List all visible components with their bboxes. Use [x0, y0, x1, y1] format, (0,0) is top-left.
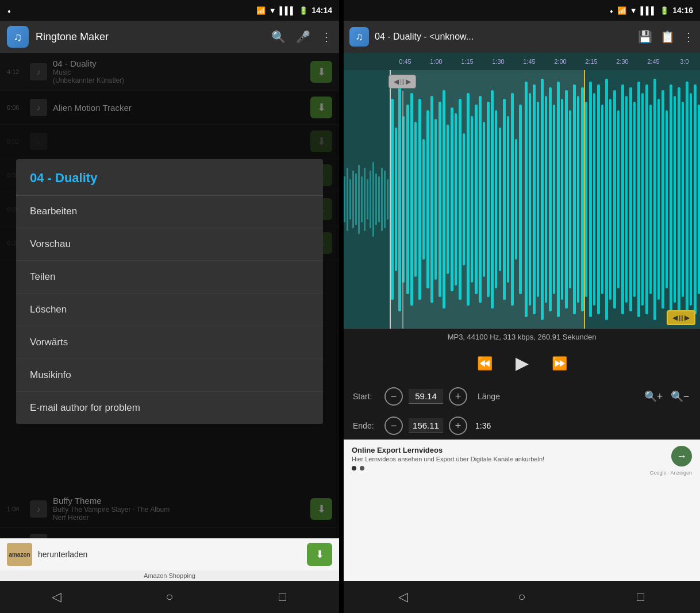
waveform-area[interactable]: ◀ ||| ▶ ◀ ||| ▶: [344, 70, 700, 329]
length-value: 1:36: [475, 421, 491, 430]
svg-rect-12: [375, 174, 377, 225]
mic-icon[interactable]: 🎤: [296, 30, 310, 44]
start-label: Start:: [353, 392, 379, 401]
play-button[interactable]: ▶: [516, 353, 529, 373]
svg-rect-72: [613, 90, 616, 309]
rewind-button[interactable]: ⏪: [477, 355, 493, 371]
svg-rect-9: [367, 179, 368, 219]
right-home-button[interactable]: ○: [505, 584, 539, 610]
svg-rect-6: [358, 165, 360, 234]
search-icon[interactable]: 🔍: [271, 30, 286, 44]
context-menu: 04 - Duality Bearbeiten Vorschau Teilen …: [16, 159, 323, 424]
app-logo: ♫: [7, 26, 29, 48]
right-app-logo: ♫: [349, 27, 369, 47]
right-more-icon[interactable]: ⋮: [683, 30, 694, 44]
svg-rect-83: [657, 99, 660, 300]
context-menu-teilen[interactable]: Teilen: [16, 261, 323, 294]
end-handle-lines: |||: [679, 315, 683, 321]
recent-button[interactable]: □: [266, 584, 300, 610]
start-increase-button[interactable]: +: [449, 387, 467, 406]
ad-banner-left: amazon herunterladen ⬇: [0, 538, 339, 570]
ad-dot-active: [352, 466, 356, 471]
right-status-bar: ⬧ 📶 ▼ ▌▌▌ 🔋 14:16: [344, 0, 700, 21]
svg-rect-7: [361, 176, 363, 222]
right-status-icons: ⬧ 📶 ▼ ▌▌▌ 🔋 14:16: [609, 6, 693, 15]
end-minus-icon: −: [391, 420, 397, 432]
left-status-right-icons: 📶 ▼ ▌▌▌ 🔋 14:14: [256, 6, 332, 15]
playback-controls: ⏪ ▶ ⏩: [344, 345, 700, 381]
svg-rect-10: [370, 171, 371, 228]
audio-info: MP3, 44100 Hz, 313 kbps, 260.91 Sekunden: [344, 329, 700, 345]
right-header: ♫ 04 - Duality - <unknow... 💾 📋 ⋮: [344, 21, 700, 53]
start-value-input[interactable]: [409, 389, 443, 404]
amazon-logo: amazon: [7, 543, 32, 566]
wifi-icon: ▼: [269, 6, 276, 15]
svg-rect-84: [661, 90, 664, 309]
ad-label-left: Amazon Shopping: [0, 570, 339, 581]
selected-region: [390, 70, 585, 329]
ad-badge: Google · Anzeigen: [649, 470, 692, 476]
context-menu-email[interactable]: E-mail author for problem: [16, 392, 323, 424]
length-label: Länge: [478, 392, 500, 401]
svg-rect-78: [637, 82, 640, 317]
zoom-out-button[interactable]: 🔍−: [669, 385, 691, 407]
end-label: Ende:: [353, 421, 379, 430]
timeline-mark: 2:30: [607, 58, 638, 65]
back-button[interactable]: ◁: [39, 584, 74, 610]
ad-right: → Google · Anzeigen: [649, 446, 692, 476]
svg-rect-75: [625, 96, 628, 303]
app-header: ♫ Ringtone Maker 🔍 🎤 ⋮: [0, 21, 339, 53]
ad-banner[interactable]: Online Export Lernvideos Hier Lernvideos…: [344, 439, 700, 581]
home-button[interactable]: ○: [152, 584, 187, 610]
start-handle[interactable]: ◀ ||| ▶: [389, 75, 416, 88]
svg-rect-79: [641, 93, 644, 306]
zoom-controls: 🔍+ 🔍−: [643, 385, 691, 407]
phone-icon-right: 📶: [617, 6, 626, 15]
battery-icon-right: 🔋: [660, 6, 669, 15]
right-panel: ⬧ 📶 ▼ ▌▌▌ 🔋 14:16 ♫ 04 - Duality - <unkn…: [344, 0, 700, 613]
bluetooth-icon: ⬧: [7, 6, 11, 15]
end-value-input[interactable]: [409, 418, 443, 433]
context-menu-loeschen[interactable]: Löschen: [16, 294, 323, 326]
right-header-icons: 💾 📋 ⋮: [638, 30, 694, 44]
song-list: 4:12 ♪ 04 - Duality Music(Unbekannter Kü…: [0, 53, 339, 538]
end-controls: Ende: − + 1:36: [344, 412, 700, 439]
svg-rect-93: [698, 105, 700, 294]
start-decrease-button[interactable]: −: [384, 387, 403, 406]
context-menu-bearbeiten[interactable]: Bearbeiten: [16, 195, 323, 228]
timeline-mark: 2:00: [545, 58, 576, 65]
context-menu-vorwaerts[interactable]: Vorwärts: [16, 326, 323, 359]
start-handle-line: [402, 91, 403, 329]
more-menu-icon[interactable]: ⋮: [321, 30, 332, 44]
end-handle[interactable]: ◀ ||| ▶: [667, 310, 695, 325]
left-status-bar: ⬧ 📶 ▼ ▌▌▌ 🔋 14:14: [0, 0, 339, 21]
svg-rect-85: [666, 110, 668, 288]
copy-icon[interactable]: 📋: [660, 30, 675, 44]
svg-rect-69: [601, 105, 603, 294]
end-increase-button[interactable]: +: [449, 417, 467, 435]
handle-right-arrow: ▶: [406, 78, 411, 86]
right-back-button[interactable]: ◁: [386, 584, 420, 610]
save-icon[interactable]: 💾: [638, 30, 652, 44]
context-menu-musikinfo[interactable]: Musikinfo: [16, 359, 323, 392]
app-title: Ringtone Maker: [36, 31, 264, 43]
timeline-mark: 0:45: [390, 58, 421, 65]
zoom-in-button[interactable]: 🔍+: [643, 385, 664, 407]
forward-button[interactable]: ⏩: [552, 355, 567, 371]
right-recent-button[interactable]: □: [624, 584, 658, 610]
ad-content: Online Export Lernvideos Hier Lernvideos…: [352, 446, 649, 471]
timeline-marks: 0:45 1:00 1:15 1:30 1:45 2:00 2:15 2:30 …: [390, 58, 700, 65]
ad-download-button[interactable]: ⬇: [307, 543, 332, 566]
left-bottom-nav: ◁ ○ □: [0, 581, 339, 613]
context-menu-vorschau[interactable]: Vorschau: [16, 228, 323, 261]
svg-rect-73: [617, 110, 620, 288]
waveform-container[interactable]: 0:45 1:00 1:15 1:30 1:45 2:00 2:15 2:30 …: [344, 53, 700, 329]
battery-icon: 🔋: [299, 6, 308, 15]
end-decrease-button[interactable]: −: [384, 417, 403, 435]
wifi-icon-right: ▼: [630, 6, 637, 15]
ad-arrow-button[interactable]: →: [671, 446, 692, 467]
bluetooth-icon-right: ⬧: [609, 6, 614, 15]
svg-rect-4: [352, 171, 354, 228]
svg-rect-77: [633, 102, 636, 297]
svg-rect-70: [605, 79, 608, 320]
